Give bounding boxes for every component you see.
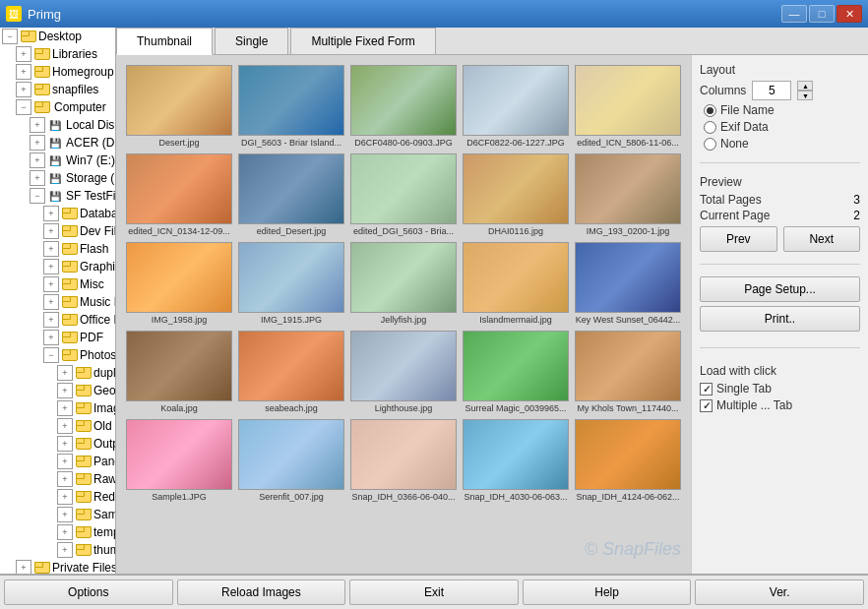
tree-item-computer[interactable]: −🖥Computer [0,98,115,116]
thumbnail-item[interactable]: D6CF0822-06-1227.JPG [463,65,569,148]
tree-item-output[interactable]: +Output [0,435,115,453]
tree-expand-storage_f[interactable]: + [30,170,45,186]
radio-filename[interactable] [704,104,716,117]
thumbnail-item[interactable]: Koala.jpg [126,331,232,413]
tree-expand-graphics[interactable]: + [43,259,59,274]
tree-item-desktop[interactable]: −Desktop [0,28,115,45]
tree-item-office[interactable]: +Office Files [0,311,115,329]
thumbnail-scroll-area[interactable]: Desert.jpgDGI_5603 - Briar Island...D6CF… [116,55,691,574]
tree-expand-acer_d[interactable]: + [30,135,45,151]
thumbnail-item[interactable]: IMG_193_0200-1.jpg [575,153,681,236]
thumbnail-item[interactable]: Snap_IDH_0366-06-040... [350,419,457,502]
tree-expand-music[interactable]: + [43,294,59,310]
tree-item-redeye[interactable]: +Red-Eye [0,488,115,506]
tree-item-database[interactable]: +Database Files [0,205,115,222]
tree-item-snapfiles[interactable]: +snapfiles [0,81,115,98]
tree-item-sample[interactable]: +Sample Pictu... [0,506,115,523]
tree-expand-libraries[interactable]: + [16,46,31,62]
tree-expand-computer[interactable]: − [16,99,31,115]
tree-item-acer_d[interactable]: +💾ACER (D:) [0,134,115,152]
tree-item-thumbs[interactable]: +thumbs [0,541,115,559]
thumbnail-item[interactable]: edited_ICN_0134-12-09... [126,153,232,236]
tab-single[interactable]: Single [215,28,288,54]
tree-expand-devfiles[interactable]: + [43,223,59,239]
thumbnail-item[interactable]: Surreal Magic_0039965... [463,331,569,413]
multiple-tab-row[interactable]: Multiple ... Tab [700,398,860,412]
thumbnail-item[interactable]: Lighthouse.jpg [350,331,457,413]
tree-expand-redeye[interactable]: + [57,489,73,505]
exit-button[interactable]: Exit [349,579,519,605]
tree-item-image_arch[interactable]: +Image Archi... [0,399,115,417]
tab-thumbnail[interactable]: Thumbnail [116,28,213,55]
tree-expand-desktop[interactable]: − [2,29,18,44]
tree-item-raw[interactable]: +Raw [0,470,115,488]
tree-item-graphics[interactable]: +Graphics [0,258,115,275]
tree-item-private[interactable]: +Private Files [0,559,115,574]
tree-item-flash[interactable]: +Flash [0,240,115,258]
tree-expand-output[interactable]: + [57,436,73,452]
tree-item-geotagged[interactable]: +Geotagged [0,382,115,399]
tree-item-misc[interactable]: +Misc [0,275,115,293]
tree-panel[interactable]: −Desktop+Libraries+Homegroup+snapfiles−🖥… [0,28,116,574]
thumbnail-item[interactable]: Sample1.JPG [126,419,232,502]
tree-item-win7_e[interactable]: +💾Win7 (E:) [0,152,115,169]
thumbnail-item[interactable]: DGI_5603 - Briar Island... [238,65,344,148]
radio-exif[interactable] [704,121,716,134]
tree-item-pdf[interactable]: +PDF [0,329,115,346]
tree-expand-thumbs[interactable]: + [57,542,73,558]
tree-expand-image_arch[interactable]: + [57,400,73,416]
thumbnail-item[interactable]: IMG_1915.JPG [238,242,344,325]
prev-button[interactable]: Prev [700,226,777,252]
thumbnail-item[interactable]: seabeach.jpg [238,331,344,413]
page-setup-button[interactable]: Page Setup... [700,276,860,302]
tree-expand-sf_g[interactable]: − [30,188,45,204]
thumbnail-item[interactable]: Snap_IDH_4124-06-062... [575,419,681,502]
tree-item-photos[interactable]: −Photos [0,346,115,364]
tree-expand-pdf[interactable]: + [43,330,59,345]
single-tab-row[interactable]: Single Tab [700,382,860,396]
tree-expand-office[interactable]: + [43,312,59,328]
tree-expand-homegroup[interactable]: + [16,64,31,80]
thumbnail-item[interactable]: D6CF0480-06-0903.JPG [350,65,457,148]
tree-item-duplicates[interactable]: +duplicates [0,364,115,382]
thumbnail-item[interactable]: Islandmermaid.jpg [463,242,569,325]
minimize-button[interactable]: — [781,5,807,23]
thumbnail-item[interactable]: Serenfit_007.jpg [238,419,344,502]
tree-item-devfiles[interactable]: +Dev Files [0,222,115,240]
tree-item-local_c[interactable]: +💾Local Disk (C:) [0,116,115,134]
tree-expand-raw[interactable]: + [57,471,73,487]
ver-button[interactable]: Ver. [695,579,864,605]
tree-expand-photos[interactable]: − [43,347,59,363]
help-button[interactable]: Help [523,579,692,605]
tree-expand-flash[interactable]: + [43,241,59,257]
tree-item-panoramas[interactable]: +Panoramas [0,453,115,470]
tree-expand-sample[interactable]: + [57,507,73,522]
tree-item-storage_f[interactable]: +💾Storage (F:) [0,169,115,187]
tree-item-sf_g[interactable]: −💾SF TestFiles (G:) [0,187,115,205]
single-tab-checkbox[interactable] [700,383,713,396]
tree-expand-win7_e[interactable]: + [30,152,45,168]
spin-up-button[interactable]: ▲ [797,81,813,91]
tree-item-temp[interactable]: +temp [0,523,115,541]
tree-item-music[interactable]: +Music Files [0,293,115,311]
tree-expand-snapfiles[interactable]: + [16,82,31,97]
tree-expand-private[interactable]: + [16,560,31,574]
thumbnail-item[interactable]: edited_Desert.jpg [238,153,344,236]
thumbnail-item[interactable]: edited_DGI_5603 - Bria... [350,153,457,236]
radio-exif-row[interactable]: Exif Data [704,120,860,134]
tree-expand-old_photos[interactable]: + [57,418,73,434]
tree-item-libraries[interactable]: +Libraries [0,45,115,63]
radio-none-row[interactable]: None [704,137,860,151]
thumbnail-item[interactable]: Jellyfish.jpg [350,242,457,325]
spin-down-button[interactable]: ▼ [797,91,813,100]
thumbnail-item[interactable]: My Khols Town_117440... [575,331,681,413]
tree-expand-geotagged[interactable]: + [57,383,73,398]
tree-expand-temp[interactable]: + [57,524,73,540]
print-button[interactable]: Print.. [700,306,860,332]
radio-filename-row[interactable]: File Name [704,103,860,117]
tree-item-old_photos[interactable]: +Old Photos [0,417,115,435]
tree-expand-duplicates[interactable]: + [57,365,73,381]
reload-images-button[interactable]: Reload Images [177,579,346,605]
options-button[interactable]: Options [4,579,173,605]
thumbnail-item[interactable]: IMG_1958.jpg [126,242,232,325]
